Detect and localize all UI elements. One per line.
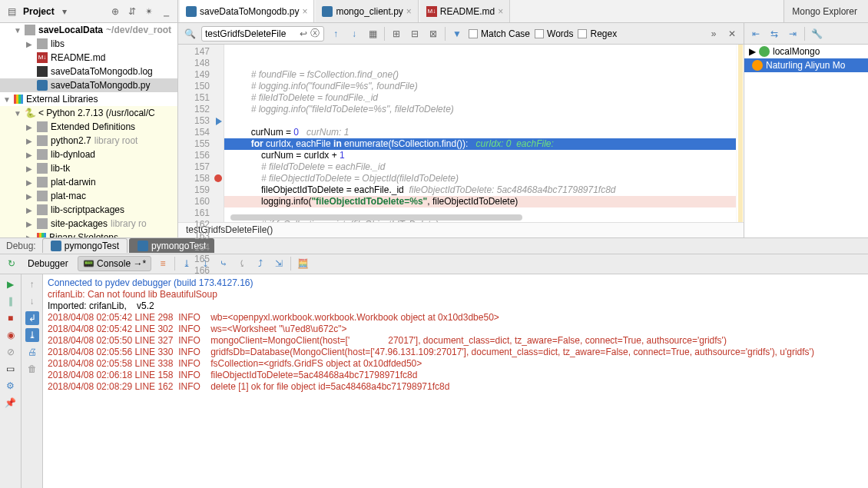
lib-item[interactable]: ▶plat-darwin bbox=[0, 175, 177, 189]
lib-item[interactable]: ▶lib-dynload bbox=[0, 148, 177, 161]
find-close-icon[interactable]: ✕ bbox=[725, 27, 739, 41]
pause-icon[interactable]: ∥ bbox=[4, 294, 18, 308]
find-history-icon[interactable]: ↩ bbox=[298, 27, 310, 41]
down-icon[interactable]: ↓ bbox=[25, 294, 39, 308]
lib-item[interactable]: ▶lib-scriptpackages bbox=[0, 203, 177, 217]
tree-item-label: saveDataToMongodb.log bbox=[51, 66, 153, 77]
lib-item[interactable]: ▶Extended Definitions bbox=[0, 120, 177, 134]
console-line: 2018/04/08 02:05:42 LINE 302 INFO ws=<Wo… bbox=[48, 324, 863, 335]
search-icon[interactable]: 🔍 bbox=[183, 27, 197, 41]
line-gutter[interactable]: 1471481491501511521531541551561571581591… bbox=[178, 45, 224, 222]
hide-icon[interactable]: ⎯ bbox=[159, 5, 173, 18]
up-icon[interactable]: ↑ bbox=[25, 277, 39, 291]
mute-bp-icon[interactable]: ⊘ bbox=[4, 345, 18, 359]
debug-tab-1[interactable]: pymongoTest bbox=[42, 238, 128, 253]
find-more-icon[interactable]: » bbox=[707, 27, 721, 41]
force-step-icon[interactable]: ⤹ bbox=[235, 257, 249, 271]
project-label: Project bbox=[23, 6, 55, 17]
find-next-icon[interactable]: ↓ bbox=[347, 27, 361, 41]
soft-wrap-icon[interactable]: ↲ bbox=[25, 311, 39, 325]
target-icon[interactable]: ⊕ bbox=[108, 5, 122, 18]
editor-tab[interactable]: mongo_client.py× bbox=[316, 0, 418, 22]
debug-header: Debug: pymongoTest pymongoTest bbox=[0, 237, 868, 254]
lib-item[interactable]: ▶lib-tk bbox=[0, 161, 177, 175]
mongo-node-local[interactable]: ▶localMongo bbox=[744, 45, 868, 58]
add-selection-icon[interactable]: ⊞ bbox=[389, 27, 403, 41]
tree-item-label: README.md bbox=[51, 52, 105, 63]
close-icon[interactable]: × bbox=[302, 6, 307, 17]
step-out-icon[interactable]: ⤴ bbox=[253, 257, 267, 271]
find-input[interactable] bbox=[205, 28, 298, 39]
gear-icon[interactable]: ✴ bbox=[142, 5, 156, 18]
print-icon[interactable]: 🖨 bbox=[25, 345, 39, 359]
pin-icon[interactable]: 📌 bbox=[4, 396, 18, 410]
close-icon[interactable]: × bbox=[406, 6, 412, 17]
md-icon: M↓ bbox=[426, 6, 437, 17]
settings-icon[interactable]: ⚙ bbox=[4, 379, 18, 393]
mongo-node-aliyun[interactable]: Naturling Aliyun Mo bbox=[744, 58, 868, 72]
rerun-icon[interactable]: ↻ bbox=[5, 257, 18, 271]
external-libs[interactable]: ▼ External Libraries bbox=[0, 92, 177, 106]
editor-tab[interactable]: M↓README.md× bbox=[420, 0, 510, 22]
lib-item[interactable]: ▶Binary Skeletons bbox=[0, 231, 177, 237]
run-to-cursor-icon[interactable]: ⇲ bbox=[272, 257, 286, 271]
console-line: 2018/04/08 02:05:56 LINE 330 INFO gridfs… bbox=[48, 347, 863, 358]
tab-label: mongo_client.py bbox=[336, 6, 403, 17]
debugger-tab[interactable]: Debugger bbox=[23, 257, 73, 271]
mongo-right-icon[interactable]: ⇥ bbox=[786, 27, 800, 41]
h-scrollbar[interactable] bbox=[230, 214, 522, 221]
lib-item[interactable]: ▶python2.7 library root bbox=[0, 134, 177, 148]
debug-side-actions: ▶ ∥ ■ ◉ ⊘ ▭ ⚙ 📌 bbox=[0, 274, 22, 489]
match-case-check[interactable]: Match Case bbox=[469, 28, 530, 39]
find-prev-icon[interactable]: ↑ bbox=[329, 27, 343, 41]
mongo-left-icon[interactable]: ⇤ bbox=[749, 27, 763, 41]
mongo-settings-icon[interactable]: 🔧 bbox=[810, 27, 823, 41]
chevron-down-icon[interactable]: ▾ bbox=[58, 5, 71, 18]
tree-item[interactable]: ▶libs bbox=[0, 37, 177, 51]
lib-item[interactable]: ▶plat-mac bbox=[0, 189, 177, 203]
find-select-all-icon[interactable]: ▦ bbox=[366, 27, 379, 41]
words-check[interactable]: Words bbox=[535, 28, 573, 39]
resume-icon[interactable]: ▶ bbox=[4, 277, 18, 291]
project-icon[interactable]: ▤ bbox=[5, 5, 18, 18]
py-icon bbox=[51, 241, 61, 251]
mongo-explorer-tab[interactable]: Mongo Explorer bbox=[784, 0, 868, 22]
view-bp-icon[interactable]: ◉ bbox=[4, 328, 18, 342]
lib-label: plat-darwin bbox=[51, 177, 96, 188]
collapse-icon[interactable]: ⇵ bbox=[125, 5, 139, 18]
layout-icon[interactable]: ▭ bbox=[4, 362, 18, 376]
evaluate-icon[interactable]: 🧮 bbox=[296, 257, 310, 271]
debug-toolbar: ↻ Debugger 📟 Console →* ≡ ⤓ ⤵ ⤷ ⤹ ⤴ ⇲ 🧮 bbox=[0, 254, 868, 274]
scroll-end-icon[interactable]: ⤓ bbox=[25, 328, 39, 342]
lib-label: site-packages bbox=[51, 218, 108, 229]
lib-item[interactable]: ▶site-packages library ro bbox=[0, 217, 177, 231]
regex-check[interactable]: Regex bbox=[578, 28, 617, 39]
tab-label: README.md bbox=[440, 6, 495, 17]
minimap[interactable] bbox=[736, 45, 744, 222]
mongo-ver-icon[interactable]: ⇆ bbox=[767, 27, 781, 41]
tree-item[interactable]: M↓README.md bbox=[0, 51, 177, 65]
find-clear-icon[interactable]: ⓧ bbox=[309, 27, 320, 41]
exclude-icon[interactable]: ⊠ bbox=[426, 27, 440, 41]
lib-label: plat-mac bbox=[51, 191, 86, 201]
step-settings-icon[interactable]: ≡ bbox=[156, 257, 170, 271]
select-all-occ-icon[interactable]: ⊟ bbox=[408, 27, 422, 41]
editor-tab[interactable]: saveDataToMongodb.py× bbox=[180, 0, 314, 22]
tree-root-name: saveLocalData bbox=[38, 25, 103, 35]
clear-icon[interactable]: 🗑 bbox=[25, 362, 39, 376]
breadcrumb[interactable]: testGridfsDeleteFile() bbox=[178, 222, 744, 237]
mongo-explorer-panel: ⇤ ⇆ ⇥ 🔧 ▶localMongo Naturling Aliyun Mo bbox=[744, 23, 868, 237]
console-tab[interactable]: 📟 Console →* bbox=[78, 256, 151, 271]
tree-root[interactable]: ▼ saveLocalData ~/dev/dev_root bbox=[0, 23, 177, 37]
tree-item[interactable]: saveDataToMongodb.log bbox=[0, 65, 177, 78]
filter-icon[interactable]: ▼ bbox=[450, 27, 464, 41]
find-input-wrap[interactable]: ↩ ⓧ bbox=[201, 26, 324, 41]
stop-icon[interactable]: ■ bbox=[4, 311, 18, 325]
code-editor[interactable]: # foundFile = fsCollection.find_one() # … bbox=[224, 45, 736, 222]
db-icon bbox=[759, 46, 770, 57]
debug-console[interactable]: Connected to pydev debugger (build 173.4… bbox=[43, 274, 868, 489]
python-sdk[interactable]: ▼🐍 < Python 2.7.13 (/usr/local/C bbox=[0, 106, 177, 120]
close-icon[interactable]: × bbox=[498, 6, 503, 17]
project-tree[interactable]: ▼ saveLocalData ~/dev/dev_root ▶libsM↓RE… bbox=[0, 23, 178, 237]
tree-item[interactable]: saveDataToMongodb.py bbox=[0, 78, 177, 92]
